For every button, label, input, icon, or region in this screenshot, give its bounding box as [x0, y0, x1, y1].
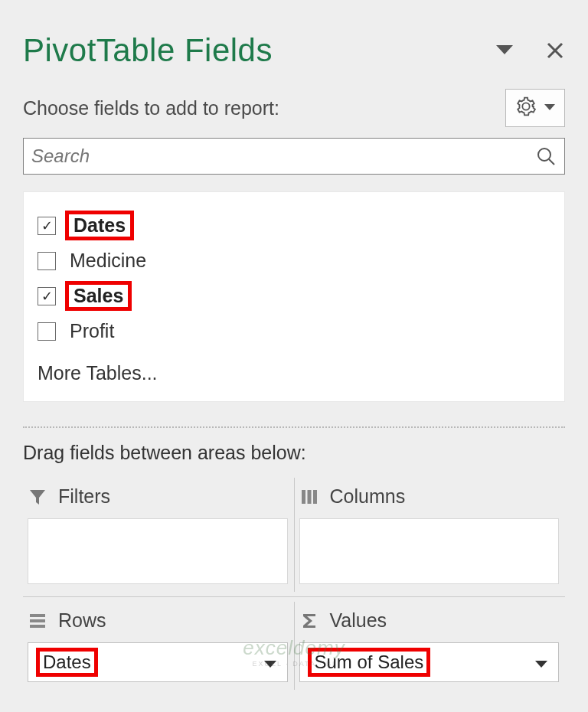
rows-icon — [28, 611, 47, 631]
field-row-profit[interactable]: Profit — [38, 315, 550, 347]
search-box[interactable] — [23, 138, 565, 175]
panel-menu-button[interactable] — [495, 41, 514, 60]
field-label-sales: Sales — [65, 281, 132, 311]
columns-icon — [299, 487, 319, 507]
svg-rect-10 — [30, 614, 45, 617]
gear-icon — [515, 96, 537, 120]
field-label-dates: Dates — [65, 211, 134, 240]
areas-top-row: Filters Columns — [23, 478, 565, 592]
values-header: Values — [299, 609, 560, 632]
rows-pill-label: Dates — [36, 648, 98, 677]
filters-title: Filters — [58, 485, 110, 508]
filters-header: Filters — [28, 485, 288, 508]
checkbox-medicine[interactable] — [38, 252, 56, 270]
caret-down-icon — [496, 45, 513, 56]
svg-rect-8 — [307, 490, 311, 504]
columns-area[interactable]: Columns — [294, 478, 566, 592]
field-row-dates[interactable]: ✓ Dates — [38, 206, 550, 245]
panel-header: PivotTable Fields — [0, 0, 588, 83]
check-icon: ✓ — [41, 289, 53, 303]
drag-instruction: Drag fields between areas below: — [0, 442, 588, 478]
tools-caret-icon — [544, 101, 555, 115]
svg-line-5 — [549, 159, 554, 165]
field-list: ✓ Dates Medicine ✓ Sales Profit More Tab… — [23, 191, 565, 402]
field-label-profit: Profit — [65, 320, 119, 342]
values-pill[interactable]: Sum of Sales — [299, 642, 560, 682]
field-row-medicine[interactable]: Medicine — [38, 245, 550, 276]
close-button[interactable] — [545, 41, 565, 60]
checkbox-sales[interactable]: ✓ — [38, 287, 56, 305]
checkbox-profit[interactable] — [38, 322, 56, 341]
close-icon — [546, 41, 564, 60]
svg-marker-13 — [264, 661, 276, 668]
areas-hdivider — [23, 596, 565, 597]
rows-pill[interactable]: Dates — [28, 642, 288, 682]
pivot-fields-panel: PivotTable Fields Choose fields to add t… — [0, 0, 588, 712]
columns-dropzone[interactable] — [299, 518, 560, 584]
sigma-icon — [299, 611, 319, 631]
rows-header: Rows — [28, 609, 288, 632]
filters-area[interactable]: Filters — [23, 478, 294, 592]
svg-marker-3 — [544, 104, 555, 110]
more-tables-link[interactable]: More Tables... — [38, 362, 550, 384]
search-input[interactable] — [24, 145, 528, 167]
svg-rect-11 — [30, 619, 45, 622]
filter-icon — [28, 487, 47, 507]
checkbox-dates[interactable]: ✓ — [38, 217, 56, 235]
rows-area[interactable]: Rows Dates — [23, 602, 294, 690]
search-container — [0, 138, 588, 175]
values-title: Values — [330, 609, 387, 632]
chevron-down-icon — [535, 652, 547, 673]
chevron-down-icon — [264, 652, 276, 673]
tools-button[interactable] — [505, 89, 565, 127]
section-divider — [23, 426, 565, 428]
svg-point-4 — [538, 149, 550, 161]
search-icon — [528, 145, 564, 167]
areas-grid: Filters Columns — [0, 478, 588, 690]
header-controls — [495, 41, 565, 60]
svg-rect-7 — [302, 490, 305, 504]
svg-marker-0 — [496, 45, 513, 54]
values-pill-label: Sum of Sales — [308, 648, 431, 677]
areas-bottom-row: Rows Dates Values Sum of Sales — [23, 602, 565, 690]
columns-title: Columns — [330, 485, 406, 508]
subheader: Choose fields to add to report: — [0, 83, 588, 138]
rows-title: Rows — [58, 609, 106, 632]
subheader-text: Choose fields to add to report: — [23, 97, 279, 119]
filters-dropzone[interactable] — [28, 518, 288, 584]
values-area[interactable]: Values Sum of Sales — [294, 602, 566, 690]
field-row-sales[interactable]: ✓ Sales — [38, 276, 550, 315]
check-icon: ✓ — [41, 219, 53, 233]
panel-title: PivotTable Fields — [23, 32, 273, 69]
svg-marker-14 — [535, 661, 547, 668]
field-label-medicine: Medicine — [65, 250, 151, 272]
columns-header: Columns — [299, 485, 560, 508]
svg-marker-6 — [30, 490, 45, 505]
svg-rect-9 — [313, 490, 317, 504]
svg-rect-12 — [30, 625, 45, 628]
